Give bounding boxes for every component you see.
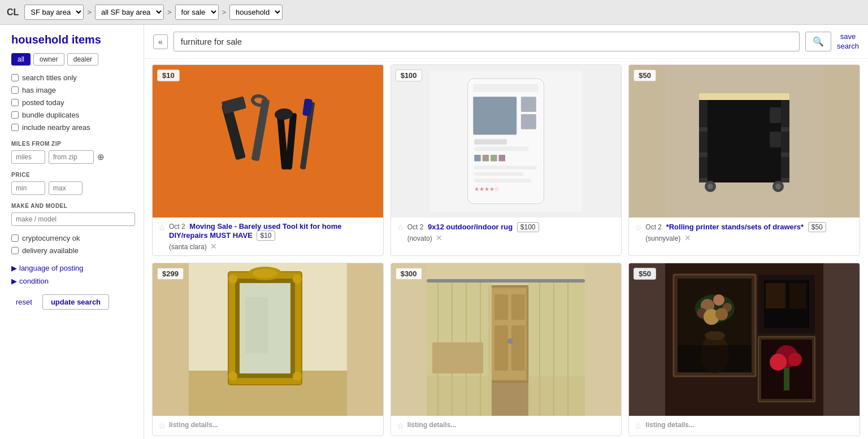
checkbox-nearby-areas[interactable]: include nearby areas xyxy=(11,123,135,132)
listing-info-2: ☆ Oct 2 *Rolling printer stands/sets of … xyxy=(629,218,860,247)
reset-button[interactable]: reset xyxy=(11,294,37,310)
svg-rect-39 xyxy=(770,107,781,123)
listing-card-2[interactable]: $50 xyxy=(628,64,860,256)
svg-rect-17 xyxy=(475,139,507,145)
price-max-input[interactable] xyxy=(49,181,83,195)
sidebar: household items all owner dealer search … xyxy=(0,25,144,439)
svg-rect-19 xyxy=(475,155,481,162)
miles-input[interactable] xyxy=(11,150,45,164)
favorite-icon-4[interactable]: ☆ xyxy=(397,421,404,431)
svg-rect-29 xyxy=(699,100,708,179)
checkbox-delivery[interactable]: delivery available xyxy=(11,246,135,255)
listing-image-2: $50 xyxy=(629,65,860,218)
listing-date-1: Oct 2 xyxy=(407,223,424,231)
hide-listing-icon-2[interactable]: ✕ xyxy=(684,233,691,242)
svg-rect-88 xyxy=(678,345,752,372)
price-badge-1: $100 xyxy=(396,69,422,81)
favorite-icon-1[interactable]: ☆ xyxy=(397,223,404,233)
checkbox-crypto[interactable]: cryptocurrency ok xyxy=(11,234,135,242)
search-icon: 🔍 xyxy=(813,37,824,46)
listing-card-5[interactable]: $50 xyxy=(628,263,860,436)
listing-title-5[interactable]: listing details... xyxy=(645,421,695,429)
language-expand[interactable]: ▶ language of posting xyxy=(11,264,135,272)
checkbox-has-image-input[interactable] xyxy=(11,86,19,94)
listing-title-1[interactable]: 9x12 outdoor/indoor rug xyxy=(428,223,513,231)
svg-rect-16 xyxy=(521,114,536,129)
subcategory-select[interactable]: household xyxy=(229,5,283,20)
svg-point-54 xyxy=(293,372,302,381)
favorite-icon-3[interactable]: ☆ xyxy=(158,421,166,431)
checkbox-nearby-areas-input[interactable] xyxy=(11,124,19,131)
listing-card-3[interactable]: $299 xyxy=(152,263,384,436)
hide-listing-icon-1[interactable]: ✕ xyxy=(436,233,442,242)
svg-point-85 xyxy=(715,308,728,320)
listing-location-1: (novato) ✕ xyxy=(407,233,616,242)
listing-card-0[interactable]: $10 xyxy=(152,64,384,256)
make-model-input[interactable] xyxy=(11,212,135,226)
listing-card-4[interactable]: $300 xyxy=(390,263,622,436)
svg-point-50 xyxy=(253,269,277,278)
svg-point-38 xyxy=(775,184,781,189)
condition-expand[interactable]: ▶ condition xyxy=(11,277,135,285)
svg-rect-0 xyxy=(194,68,341,215)
checkbox-posted-today-input[interactable] xyxy=(11,99,19,106)
listing-title-0[interactable]: Moving Sale - Barely used Tool kit for h… xyxy=(169,222,342,240)
listing-title-3[interactable]: listing details... xyxy=(169,421,218,429)
price-min-input[interactable] xyxy=(11,181,45,195)
curtains-image xyxy=(391,263,622,416)
category-select[interactable]: for sale xyxy=(175,5,219,20)
svg-point-53 xyxy=(228,372,237,381)
checkbox-has-image[interactable]: has image xyxy=(11,86,135,94)
listing-card-1[interactable]: $100 xyxy=(390,64,622,256)
search-input[interactable] xyxy=(173,32,800,51)
checkbox-delivery-input[interactable] xyxy=(11,247,19,254)
checkbox-titles-only[interactable]: search titles only xyxy=(11,73,135,82)
chevron-right-icon: ▶ xyxy=(11,264,17,272)
listing-title-2[interactable]: *Rolling printer stands/sets of drawers* xyxy=(666,223,804,231)
checkbox-posted-today[interactable]: posted today xyxy=(11,98,135,107)
rug-image: ★★★★☆ xyxy=(391,65,622,218)
subregion-select[interactable]: all SF bay area xyxy=(95,5,164,20)
listing-image-0: $10 xyxy=(153,65,383,218)
region-select[interactable]: SF bay area xyxy=(24,5,84,20)
favorite-icon-2[interactable]: ☆ xyxy=(635,223,642,233)
zip-input[interactable] xyxy=(49,150,94,164)
svg-rect-28 xyxy=(699,93,789,100)
filter-dealer-button[interactable]: dealer xyxy=(67,53,98,66)
update-search-button[interactable]: update search xyxy=(42,294,109,310)
favorite-icon-5[interactable]: ☆ xyxy=(635,421,642,431)
art-image xyxy=(629,263,860,416)
price-badge-4: $300 xyxy=(396,268,422,280)
svg-rect-30 xyxy=(781,100,789,179)
listing-image-4: $300 xyxy=(391,263,622,416)
location-icon[interactable]: ⊕ xyxy=(97,152,105,162)
favorite-icon-0[interactable]: ☆ xyxy=(158,223,166,233)
svg-rect-97 xyxy=(766,283,785,308)
svg-rect-23 xyxy=(475,166,537,169)
svg-rect-98 xyxy=(789,283,806,308)
listing-info-4: ☆ listing details... xyxy=(391,416,622,436)
save-search-button[interactable]: save search xyxy=(837,32,859,51)
make-model-label: MAKE AND MODEL xyxy=(11,203,135,209)
checkbox-bundle-duplicates[interactable]: bundle duplicates xyxy=(11,111,135,119)
search-button[interactable]: 🔍 xyxy=(805,32,831,51)
checkbox-bundle-duplicates-input[interactable] xyxy=(11,111,19,119)
listing-date-0: Oct 2 xyxy=(169,223,185,231)
hide-listing-icon-0[interactable]: ✕ xyxy=(210,242,217,251)
listing-title-4[interactable]: listing details... xyxy=(407,421,457,429)
miles-row: ⊕ xyxy=(11,150,135,164)
extra-checkboxes: cryptocurrency ok delivery available xyxy=(11,234,135,255)
checkbox-titles-only-input[interactable] xyxy=(11,74,19,81)
filter-owner-button[interactable]: owner xyxy=(33,53,64,66)
filter-all-button[interactable]: all xyxy=(11,53,31,66)
collapse-button[interactable]: « xyxy=(153,34,168,49)
listing-info-5: ☆ listing details... xyxy=(629,416,860,436)
svg-point-87 xyxy=(705,331,725,340)
svg-rect-22 xyxy=(499,155,506,162)
checkbox-crypto-input[interactable] xyxy=(11,234,19,242)
svg-point-51 xyxy=(228,275,237,284)
content-area: « 🔍 save search $10 xyxy=(144,25,868,439)
price-badge-3: $299 xyxy=(157,268,184,280)
price-badge-5: $50 xyxy=(633,268,656,280)
listing-info-3: ☆ listing details... xyxy=(153,416,383,436)
